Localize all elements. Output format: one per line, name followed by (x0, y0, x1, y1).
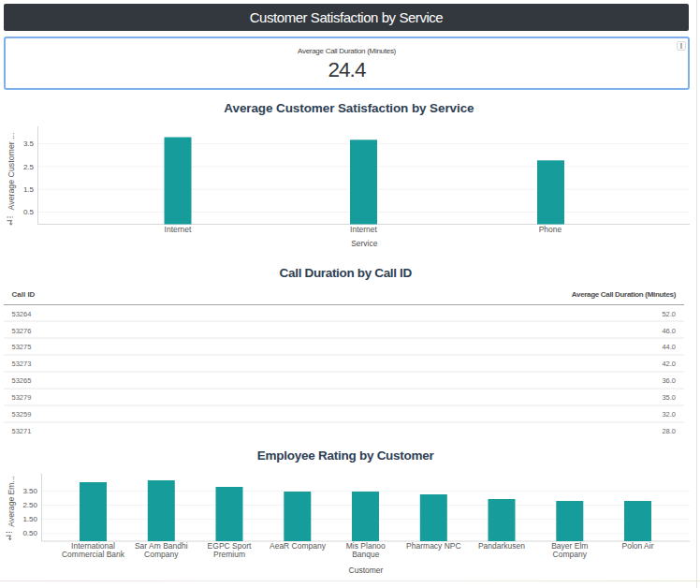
svg-text:32.0: 32.0 (662, 410, 676, 419)
svg-text:53271: 53271 (12, 427, 32, 435)
svg-text:53279: 53279 (12, 393, 32, 402)
svg-text:Pandarkusen: Pandarkusen (478, 541, 525, 551)
svg-text:2.5: 2.5 (23, 163, 35, 171)
svg-text:46.0: 46.0 (662, 327, 676, 335)
svg-text:28.0: 28.0 (662, 427, 676, 435)
svg-text:Call Duration by Call ID: Call Duration by Call ID (280, 266, 413, 280)
svg-text:42.0: 42.0 (662, 360, 676, 368)
svg-text:Internet: Internet (350, 225, 377, 234)
svg-text:3.5: 3.5 (23, 140, 35, 148)
svg-text:53265: 53265 (12, 376, 32, 385)
svg-text:Phone: Phone (539, 225, 562, 234)
svg-text:Call ID: Call ID (12, 290, 36, 299)
svg-text:0.5: 0.5 (23, 208, 35, 216)
svg-text:Commercial Bank: Commercial Bank (62, 550, 125, 559)
svg-text:Company: Company (144, 550, 179, 559)
svg-text:44.0: 44.0 (662, 343, 676, 351)
svg-text:Average Call Duration (Minutes: Average Call Duration (Minutes) (572, 290, 677, 299)
svg-text:Internet: Internet (165, 225, 192, 234)
svg-text:36.0: 36.0 (662, 376, 676, 385)
svg-text:Banque: Banque (352, 550, 380, 559)
svg-text:AeaR Company: AeaR Company (270, 541, 327, 551)
svg-text:53276: 53276 (12, 327, 32, 335)
svg-text:Service: Service (351, 239, 378, 248)
svg-text:Customer: Customer (349, 566, 384, 575)
svg-text:1.5: 1.5 (23, 185, 35, 194)
svg-text:Average Em...: Average Em... (7, 476, 16, 526)
svg-text:Premium: Premium (213, 550, 245, 559)
svg-text:Average Customer ...: Average Customer ... (7, 133, 16, 211)
svg-text:2.50: 2.50 (22, 501, 37, 509)
svg-text:Employee Rating by Customer: Employee Rating by Customer (257, 448, 435, 463)
svg-text:53275: 53275 (12, 343, 32, 351)
svg-text:Company: Company (553, 550, 588, 559)
svg-text:1.50: 1.50 (22, 515, 37, 523)
svg-text:53264: 53264 (12, 310, 32, 318)
svg-text:0.50: 0.50 (22, 529, 37, 537)
svg-text:Average Customer Satisfaction: Average Customer Satisfaction by Service (224, 101, 474, 115)
svg-text:52.0: 52.0 (662, 310, 676, 318)
svg-text:35.0: 35.0 (662, 393, 676, 402)
svg-text:53273: 53273 (12, 360, 32, 368)
svg-text:Polon Air: Polon Air (621, 541, 653, 551)
svg-text:3.50: 3.50 (22, 487, 37, 495)
svg-text:53259: 53259 (12, 410, 32, 419)
svg-text:Pharmacy NPC: Pharmacy NPC (406, 541, 461, 551)
